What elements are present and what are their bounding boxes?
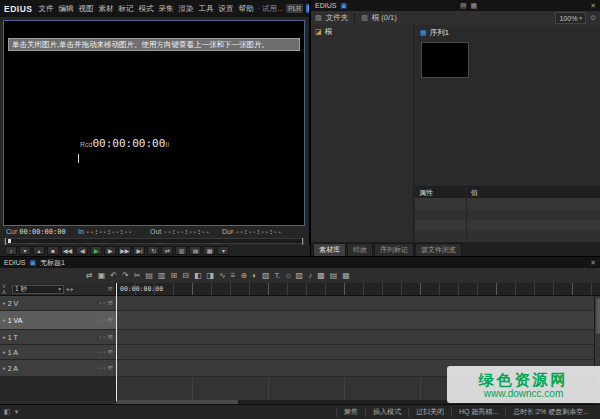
transport-button-jump-in[interactable]: ▾ [19, 246, 31, 255]
position-bar[interactable] [4, 238, 304, 244]
toolbar-icon-grid[interactable]: ▩ [317, 268, 325, 283]
position-handle[interactable] [8, 239, 11, 243]
folder-up-icon[interactable]: ▨ [315, 14, 322, 22]
float-icon[interactable]: ▦ [471, 2, 478, 10]
track-lock-icon[interactable]: ▫ [99, 365, 101, 371]
track-lock-icon[interactable]: ▫ [99, 317, 101, 323]
track-lock-icon[interactable]: ▫ [99, 349, 101, 355]
track-mute-icon[interactable]: ▫ [103, 365, 105, 371]
sync-lock-icon[interactable]: ≋ [107, 299, 113, 307]
toolbar-icon-home[interactable]: ⌂ [286, 268, 291, 283]
menu-item[interactable]: 标记 [117, 4, 134, 14]
track-expand-icon[interactable]: ▸ [3, 334, 6, 340]
track-lane-1va[interactable] [116, 311, 594, 330]
transport-button-more[interactable]: ▾ [217, 246, 229, 255]
track-expand-icon[interactable]: ▸ [3, 300, 6, 306]
toolbar-icon-panel-layout-1[interactable]: ▤ [330, 268, 338, 283]
property-name-column[interactable]: 属性 [415, 187, 467, 198]
bin-content-area[interactable]: ▦ 序列1 [415, 25, 600, 186]
transport-button-next-frame[interactable]: ▶ [104, 246, 116, 255]
clip-item[interactable]: ▦ 序列1 [415, 25, 600, 41]
folder-tree-icon[interactable]: ▧ [361, 14, 368, 22]
toolbar-icon-redo[interactable]: ↷ [122, 268, 129, 283]
preview-monitor[interactable]: 单击关闭图片,单击并拖动来移动图片。使用方向键查看上一张和下一张图片。 Rcd0… [3, 20, 305, 226]
track-lock-icon[interactable]: ▫ [99, 300, 101, 306]
toolbar-icon-toggle-mode[interactable]: ⇄ [86, 268, 93, 283]
toolbar-icon-voice-over[interactable]: ♪ [308, 268, 312, 283]
track-expand-icon[interactable]: ▸ [3, 349, 6, 355]
track-mute-icon[interactable]: ▫ [103, 349, 105, 355]
transport-button-play[interactable]: ▶ [90, 246, 102, 255]
menu-item[interactable]: 设置 [217, 4, 234, 14]
toolbar-icon-paste[interactable]: ▥ [158, 268, 166, 283]
status-icon-meter[interactable]: ◧ [4, 408, 11, 416]
toolbar-icon-trim-in[interactable]: ◧ [194, 268, 202, 283]
sync-lock-all-icon[interactable]: ≋ [107, 285, 113, 293]
toolbar-icon-effects[interactable]: ≡ [231, 268, 236, 283]
menu-item[interactable]: 帮助 [237, 4, 254, 14]
transport-button-export[interactable]: ▤ [189, 246, 201, 255]
toolbar-icon-trim-out[interactable]: ◨ [206, 268, 214, 283]
toolbar-icon-render[interactable]: ▧ [262, 268, 270, 283]
toolbar-icon-undo[interactable]: ↶ [110, 268, 117, 283]
close-icon[interactable]: ✕ [590, 259, 596, 267]
search-icon[interactable]: ⊙ [590, 14, 596, 22]
rec-button[interactable]: REC [306, 4, 309, 13]
property-value-column[interactable]: 值 [467, 187, 600, 198]
transport-button-prev-frame[interactable]: ◀ [76, 246, 88, 255]
tab-source-browser[interactable]: 源文件浏览 [415, 243, 462, 256]
menu-item[interactable]: 编辑 [57, 4, 74, 14]
menu-item[interactable]: 模式 [137, 4, 154, 14]
sync-lock-icon[interactable]: ≋ [107, 316, 113, 324]
tab-bin[interactable]: 素材库 [313, 243, 346, 256]
property-row[interactable] [415, 198, 600, 209]
thumbnail-zoom-select[interactable]: 100% ▾ [555, 12, 586, 24]
track-header-2v[interactable]: ▸ 2 V ▫ ▫ ≋ [0, 296, 116, 311]
track-lane-1t[interactable] [116, 330, 594, 345]
toolbar-icon-cut[interactable]: ✂ [134, 268, 141, 283]
menu-item[interactable]: 渲染 [177, 4, 194, 14]
timeline-ruler[interactable]: 00:00:00:00 [116, 283, 600, 295]
transport-button-loop[interactable]: ↻ [147, 246, 159, 255]
toolbar-icon-add-clip[interactable]: ⊕ [240, 268, 247, 283]
track-header-2a[interactable]: ▸ 2 A ▫ ▫ ≋ [0, 360, 116, 377]
transport-button-rewind[interactable]: ◀◀ [61, 246, 74, 255]
menu-item[interactable]: 文件 [37, 4, 54, 14]
scale-zoom-out-icon[interactable]: ◂ [66, 286, 69, 292]
toolbar-icon-save[interactable]: ▣ [98, 268, 106, 283]
plr-button[interactable]: PLR [286, 4, 303, 13]
track-mute-icon[interactable]: ▫ [103, 300, 105, 306]
audio-patch-label[interactable]: A [2, 289, 10, 295]
playhead[interactable] [116, 283, 117, 401]
track-header-1va[interactable]: ▸ 1 VA ▫ ▫ ≋ [0, 311, 116, 330]
transport-button-volume[interactable]: ♪ [5, 246, 17, 255]
clip-thumbnail[interactable] [421, 42, 469, 78]
tab-effects[interactable]: 特效 [347, 243, 373, 256]
toolbar-icon-transition[interactable]: ◐ [252, 268, 257, 283]
toolbar-icon-export[interactable]: ▨ [296, 268, 304, 283]
track-mute-icon[interactable]: ▫ [103, 317, 105, 323]
track-mute-icon[interactable]: ▫ [103, 334, 105, 340]
toolbar-icon-panel-layout-2[interactable]: ▦ [342, 268, 350, 283]
toolbar-icon-copy[interactable]: ▤ [145, 268, 153, 283]
transport-button-multicam[interactable]: ▦ [203, 246, 215, 255]
track-header-1t[interactable]: ▸ 1 T ▫ ▫ ≋ [0, 330, 116, 345]
toolbar-icon-remove[interactable]: ⊟ [182, 268, 189, 283]
tree-item-root[interactable]: ◪ 根 [311, 25, 413, 39]
property-row[interactable] [415, 220, 600, 231]
transport-button-stop[interactable]: ■ [47, 246, 59, 255]
scale-zoom-in-icon[interactable]: ▸ [71, 286, 74, 292]
transport-button-jump-out[interactable]: ▴ [33, 246, 45, 255]
sync-lock-icon[interactable]: ≋ [107, 333, 113, 341]
transport-button-fast-forward[interactable]: ▶▶ [118, 246, 131, 255]
transport-button-capture[interactable]: ▥ [175, 246, 187, 255]
toolbar-icon-insert[interactable]: ⊞ [171, 268, 178, 283]
sync-lock-icon[interactable]: ≋ [107, 364, 113, 372]
menu-item[interactable]: 采集 [157, 4, 174, 14]
close-icon[interactable]: ✕ [590, 2, 596, 10]
track-expand-icon[interactable]: ▸ [3, 365, 6, 371]
track-lane-2v[interactable] [116, 296, 594, 311]
tab-sequence-marker[interactable]: 序列标记 [374, 243, 414, 256]
property-row[interactable] [415, 209, 600, 220]
menu-item[interactable]: 视图 [77, 4, 94, 14]
